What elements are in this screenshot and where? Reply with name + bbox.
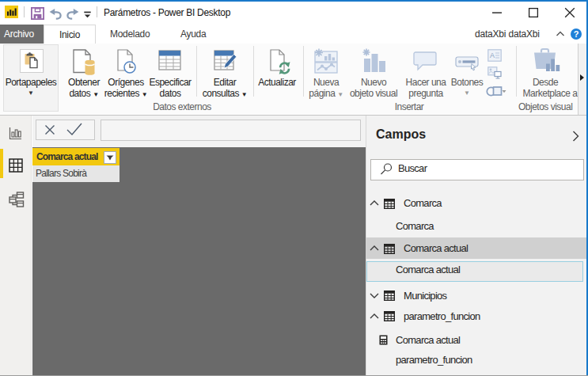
svg-text:A: A xyxy=(490,51,495,59)
